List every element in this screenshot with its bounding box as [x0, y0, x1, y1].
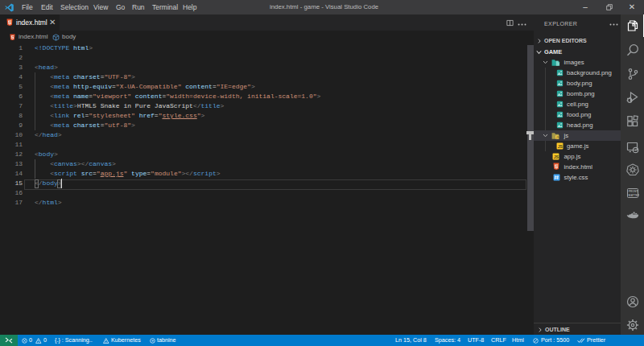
svg-text:JS: JS [554, 154, 559, 159]
svg-text:FRONT: FRONT [629, 190, 639, 193]
svg-text:JS: JS [556, 136, 560, 139]
svg-text:MATTER: MATTER [629, 194, 639, 197]
svg-text:JS: JS [558, 144, 564, 149]
